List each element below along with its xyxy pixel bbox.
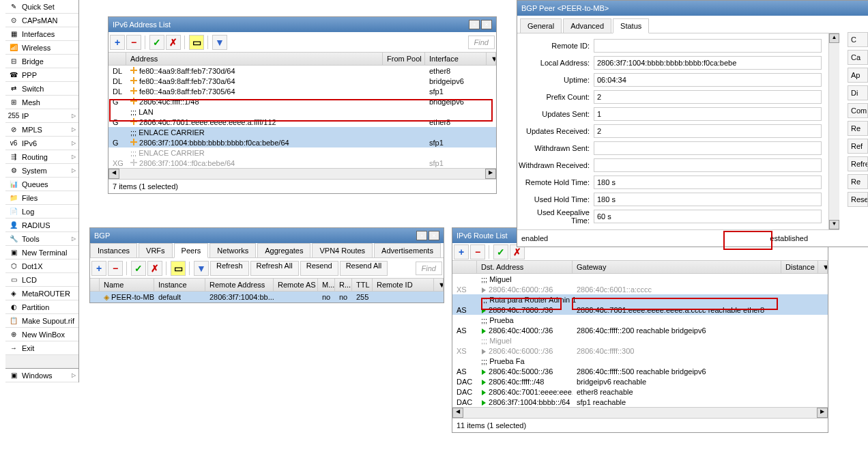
sidebar-item-files[interactable]: 📁Files <box>5 191 78 205</box>
form-value[interactable] <box>594 141 822 155</box>
sidebar-item-lcd[interactable]: ▭LCD <box>5 273 78 287</box>
sidebar-item-ppp[interactable]: ☎PPP <box>5 68 78 82</box>
tab-instances[interactable]: Instances <box>90 243 137 257</box>
minimize-button[interactable]: ▫ <box>469 20 480 29</box>
tab-aggregates[interactable]: Aggregates <box>257 243 310 257</box>
sidebar-item-ip[interactable]: 255IP▷ <box>5 109 78 123</box>
sidebar-item-ipv6[interactable]: v6IPv6▷ <box>5 137 78 150</box>
filter-button[interactable]: ▼ <box>212 35 227 50</box>
col-dst[interactable]: Dst. Address <box>477 261 573 273</box>
sidebar-item-queues[interactable]: 📊Queues <box>5 178 78 191</box>
side-button[interactable]: Di <box>848 85 868 100</box>
sidebar-item-new-winbox[interactable]: ⊕New WinBox <box>5 328 78 341</box>
sidebar-item-mesh[interactable]: ⊞Mesh <box>5 96 78 109</box>
sidebar-item-capsman[interactable]: ⊙CAPsMAN <box>5 14 78 27</box>
col-interface[interactable]: Interface <box>425 53 487 65</box>
col[interactable]: TTL <box>352 279 373 291</box>
form-value[interactable] <box>594 158 822 172</box>
tab-vpn4 routes[interactable]: VPN4 Routes <box>312 243 373 257</box>
table-comment[interactable]: ;;; Miguel <box>452 335 828 346</box>
sidebar-item-interfaces[interactable]: ▦Interfaces <box>5 27 78 41</box>
sidebar-item-tools[interactable]: 🔧Tools▷ <box>5 232 78 246</box>
sidebar-item-make-supout.rif[interactable]: 📋Make Supout.rif <box>5 314 78 328</box>
col-address[interactable]: Address <box>126 53 383 65</box>
table-comment[interactable]: ;;; Ruta para Router Admin 1 <box>452 294 828 305</box>
side-button[interactable]: Ref <box>848 139 868 154</box>
col-menu[interactable]: ▼ <box>487 53 496 65</box>
filter-button[interactable]: ▼ <box>194 261 209 276</box>
refresh-all-button[interactable]: Refresh All <box>250 261 299 276</box>
sidebar-item-mpls[interactable]: ⊘MPLS▷ <box>5 123 78 137</box>
col[interactable]: M... <box>318 279 335 291</box>
table-row[interactable]: XS 2806:40c:6000::/362806:40c:ffff::300 <box>452 346 828 356</box>
tab-advanced[interactable]: Advanced <box>563 18 611 33</box>
sidebar-item-dot1x[interactable]: ⬡Dot1X <box>5 259 78 273</box>
titlebar-bgp-peer[interactable]: BGP Peer <PEER-to-MB> <box>517 1 868 16</box>
tab-networks[interactable]: Networks <box>209 243 256 257</box>
resend-all-button[interactable]: Resend All <box>340 261 388 276</box>
form-value[interactable]: 06:04:34 <box>594 73 822 87</box>
col-gw[interactable]: Gateway <box>573 261 781 273</box>
table-comment[interactable]: ;;; Prueba Fa <box>452 356 828 366</box>
col[interactable]: Remote AS <box>274 279 318 291</box>
sidebar-item-radius[interactable]: 👤RADIUS <box>5 219 78 232</box>
table-comment[interactable]: ;;; ENLACE CARRIER <box>108 127 496 137</box>
find-input[interactable]: Find <box>468 36 495 49</box>
col[interactable]: Name <box>100 279 154 291</box>
tab-vrfs[interactable]: VRFs <box>139 243 173 257</box>
table-row[interactable]: XG 2806:3f7:1004::f0ca:bebe/64sfp1 <box>108 158 496 168</box>
sidebar-item-bridge[interactable]: ⊟Bridge <box>5 55 78 68</box>
table-comment[interactable]: ;;; Miguel <box>452 274 828 284</box>
enable-button[interactable]: ✓ <box>493 244 508 259</box>
sidebar-item-routing[interactable]: ⇶Routing▷ <box>5 150 78 164</box>
form-value[interactable]: 180 s <box>594 193 822 206</box>
comment-button[interactable]: ▭ <box>171 261 186 276</box>
col-dist[interactable]: Distance <box>781 261 818 273</box>
form-value[interactable]: 1 <box>594 107 822 121</box>
col-frompool[interactable]: From Pool <box>383 53 425 65</box>
sidebar-item-quick-set[interactable]: ✎Quick Set <box>5 0 78 14</box>
refresh-button[interactable]: Refresh <box>210 261 249 276</box>
close-button[interactable]: × <box>481 20 492 29</box>
side-button[interactable]: Ca <box>848 50 868 65</box>
table-comment[interactable]: ;;; LAN <box>108 107 496 117</box>
side-button[interactable]: Refre <box>848 156 868 171</box>
col[interactable]: Instance <box>154 279 205 291</box>
disable-button[interactable]: ✗ <box>147 261 162 276</box>
col-menu[interactable]: ▼ <box>818 261 828 273</box>
remove-button[interactable]: − <box>108 261 123 276</box>
sidebar-item-switch[interactable]: ⇄Switch <box>5 82 78 96</box>
table-comment[interactable]: ;;; Prueba <box>452 315 828 325</box>
scrollbar-h[interactable]: ◀▶ <box>452 407 828 418</box>
titlebar-address-list[interactable]: IPv6 Address List ▫ × <box>108 17 496 32</box>
table-row[interactable]: G 2806:3f7:1004:bbbb:bbbb:bbbb:f0ca:bebe… <box>108 137 496 147</box>
form-value[interactable]: 60 s <box>594 210 822 223</box>
form-value[interactable] <box>594 39 822 53</box>
sidebar-item-partition[interactable]: ◐Partition <box>5 300 78 314</box>
tab-general[interactable]: General <box>520 18 562 33</box>
col[interactable]: R... <box>335 279 352 291</box>
table-row[interactable]: DL fe80::4aa9:8aff:feb7:730d/64ether8 <box>108 66 496 76</box>
find-input[interactable]: Find <box>416 262 442 275</box>
titlebar-bgp[interactable]: BGP ▫ × <box>90 228 444 243</box>
table-row[interactable]: DAC 2806:40c:7001:eeee:eee...ether8 reac… <box>452 386 828 397</box>
sidebar-item-new-terminal[interactable]: ▣New Terminal <box>5 246 78 259</box>
add-button[interactable]: + <box>110 35 125 50</box>
table-row[interactable]: DAC 2806:3f7:1004:bbbb::/64sfp1 reachabl… <box>452 397 828 407</box>
form-value[interactable]: 2806:3f7:1004:bbbb:bbbb:bbbb:f0ca:bebe <box>594 56 822 70</box>
comment-button[interactable]: ▭ <box>189 35 204 50</box>
table-row[interactable]: DL fe80::4aa9:8aff:feb7:7305/64sfp1 <box>108 86 496 96</box>
sidebar-item-system[interactable]: ⚙System▷ <box>5 164 78 178</box>
resend-button[interactable]: Resend <box>300 261 338 276</box>
table-comment[interactable]: ;;; ENLACE CARRIER <box>108 147 496 158</box>
side-button[interactable]: C <box>848 32 868 47</box>
scrollbar-h[interactable]: ◀▶ <box>108 168 496 179</box>
table-row[interactable]: G 2806:40c:7001:eeee:eeee:eeee:a:ffff/11… <box>108 117 496 127</box>
add-button[interactable]: + <box>454 244 469 259</box>
tab-peers[interactable]: Peers <box>174 243 209 258</box>
table-row[interactable]: G 2806:40c:ffff::1/48bridgeipv6 <box>108 96 496 107</box>
scrollbar-v[interactable]: ▲▼ <box>828 33 839 229</box>
form-value[interactable]: 2 <box>594 124 822 138</box>
enable-button[interactable]: ✓ <box>149 35 164 50</box>
enable-button[interactable]: ✓ <box>131 261 146 276</box>
